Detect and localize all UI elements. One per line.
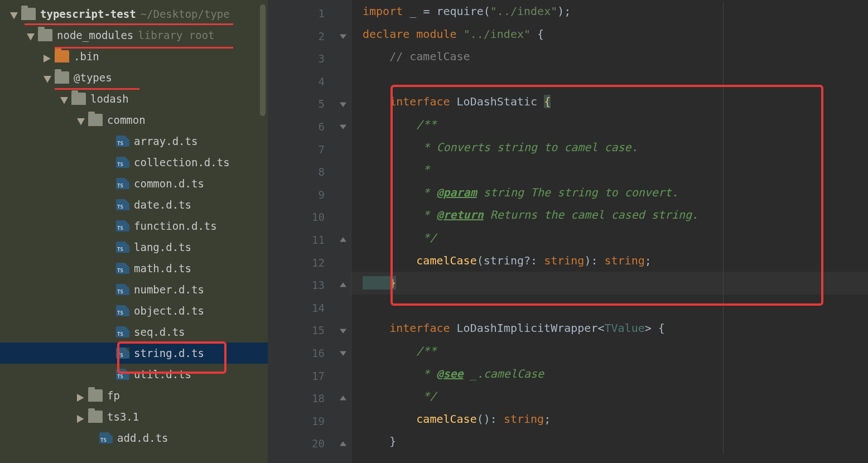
tree-common[interactable]: common xyxy=(0,109,268,131)
fold-icon[interactable] xyxy=(335,25,351,48)
tree-node-modules[interactable]: node_modules library root xyxy=(0,25,268,46)
tree-item-label: @types xyxy=(74,71,112,84)
project-tree-panel: typescript-test ~/Desktop/type node_modu… xyxy=(0,0,268,463)
tree-item-label: .bin xyxy=(74,50,99,62)
folder-icon xyxy=(55,71,69,84)
tree-item-label: fp xyxy=(107,389,120,402)
tree-file-date[interactable]: date.d.ts xyxy=(0,194,268,215)
ts-file-icon xyxy=(99,432,113,443)
line-number: 17 xyxy=(268,365,335,388)
folder-icon xyxy=(55,50,69,62)
tree-item-label: number.d.ts xyxy=(134,283,204,296)
line-number: 20 xyxy=(268,432,335,455)
fold-icon[interactable] xyxy=(335,115,351,138)
folder-icon xyxy=(88,114,103,126)
line-number: 16 xyxy=(268,342,335,365)
line-number: 3 xyxy=(268,47,335,70)
fold-icon[interactable] xyxy=(335,387,351,410)
expand-icon[interactable] xyxy=(10,10,18,18)
folder-icon xyxy=(71,93,86,105)
line-number: 14 xyxy=(268,297,335,320)
tree-ts31[interactable]: ts3.1 xyxy=(0,406,268,427)
tree-item-label: common xyxy=(107,114,146,126)
expand-icon[interactable] xyxy=(27,31,35,39)
folder-icon xyxy=(88,389,103,402)
tree-file-function[interactable]: function.d.ts xyxy=(0,215,268,237)
tree-file-object[interactable]: object.d.ts xyxy=(0,300,268,321)
annotation-underline xyxy=(25,23,233,25)
tree-fp[interactable]: fp xyxy=(0,385,268,406)
ts-file-icon xyxy=(116,242,129,253)
project-name: typescript-test xyxy=(40,8,136,20)
ts-file-icon xyxy=(116,263,129,274)
line-number: 12 xyxy=(268,252,335,274)
tree-lodash[interactable]: lodash xyxy=(0,88,268,109)
expand-icon[interactable] xyxy=(77,392,85,399)
folder-icon xyxy=(88,411,103,423)
tree-item-label: seq.d.ts xyxy=(134,326,185,338)
tree-item-label: lodash xyxy=(90,93,129,105)
line-number: 18 xyxy=(268,387,335,410)
line-number: 6 xyxy=(268,115,335,138)
expand-icon[interactable] xyxy=(60,95,68,103)
folder-icon xyxy=(21,8,36,20)
tree-item-label: add.d.ts xyxy=(117,432,168,444)
tree-root[interactable]: typescript-test ~/Desktop/type xyxy=(0,3,268,25)
tree-item-label: date.d.ts xyxy=(134,199,191,211)
expand-icon[interactable] xyxy=(44,74,51,81)
fold-icon[interactable] xyxy=(335,432,351,455)
tree-file-lang[interactable]: lang.d.ts xyxy=(0,237,268,258)
expand-icon[interactable] xyxy=(77,413,85,421)
gutter: 1 2 3 4 5 6 7 8 9 10 11 12 13 14 15 16 1… xyxy=(268,0,335,463)
fold-icon[interactable] xyxy=(335,229,351,252)
fold-icon[interactable] xyxy=(335,93,351,115)
project-path: ~/Desktop/type xyxy=(141,8,230,20)
line-number: 11 xyxy=(268,229,335,252)
tree-atypes[interactable]: @types xyxy=(0,67,268,88)
tree-bin[interactable]: .bin xyxy=(0,46,268,67)
line-number: 2 xyxy=(268,25,335,48)
tree-item-label: ts3.1 xyxy=(107,411,139,423)
tree-item-label: common.d.ts xyxy=(134,177,204,190)
tree-item-label: function.d.ts xyxy=(134,220,217,232)
fold-icon[interactable] xyxy=(335,274,351,297)
sidebar-scrollbar[interactable] xyxy=(260,4,266,116)
fold-icon[interactable] xyxy=(335,342,351,365)
expand-icon[interactable] xyxy=(44,52,51,60)
annotation-underline xyxy=(55,88,139,90)
folder-icon xyxy=(38,29,52,41)
expand-icon[interactable] xyxy=(77,116,85,124)
annotation-box xyxy=(117,341,226,374)
tree-file-common[interactable]: common.d.ts xyxy=(0,173,268,194)
tree-file-collection[interactable]: collection.d.ts xyxy=(0,152,268,173)
tree-file-math[interactable]: math.d.ts xyxy=(0,258,268,279)
ts-file-icon xyxy=(116,220,129,232)
line-number: 10 xyxy=(268,206,335,229)
line-number: 8 xyxy=(268,161,335,184)
line-number: 15 xyxy=(268,319,335,342)
ts-file-icon xyxy=(116,136,129,147)
tree-item-label: object.d.ts xyxy=(134,305,204,317)
tree-file-array[interactable]: array.d.ts xyxy=(0,131,268,152)
fold-icon[interactable] xyxy=(335,319,351,342)
tree-file-seq[interactable]: seq.d.ts xyxy=(0,321,268,343)
line-number: 1 xyxy=(268,2,335,25)
line-number: 5 xyxy=(268,93,335,115)
annotation-box xyxy=(390,85,823,306)
ts-file-icon xyxy=(116,199,129,210)
tree-file-add[interactable]: add.d.ts xyxy=(0,427,268,448)
ts-file-icon xyxy=(116,326,129,337)
line-number: 9 xyxy=(268,184,335,206)
tree-item-label: array.d.ts xyxy=(134,135,197,147)
line-number: 4 xyxy=(268,70,335,93)
library-root-tag: library root xyxy=(138,29,214,41)
tree-item-label: math.d.ts xyxy=(134,262,191,274)
ts-file-icon xyxy=(116,178,129,189)
ts-file-icon xyxy=(116,305,129,316)
tree-file-number[interactable]: number.d.ts xyxy=(0,279,268,300)
ts-file-icon xyxy=(116,157,129,168)
tree-item-label: node_modules xyxy=(57,29,133,41)
line-number: 13 xyxy=(268,274,335,297)
tree-item-label: lang.d.ts xyxy=(134,241,191,253)
tree-item-label: collection.d.ts xyxy=(134,156,230,168)
